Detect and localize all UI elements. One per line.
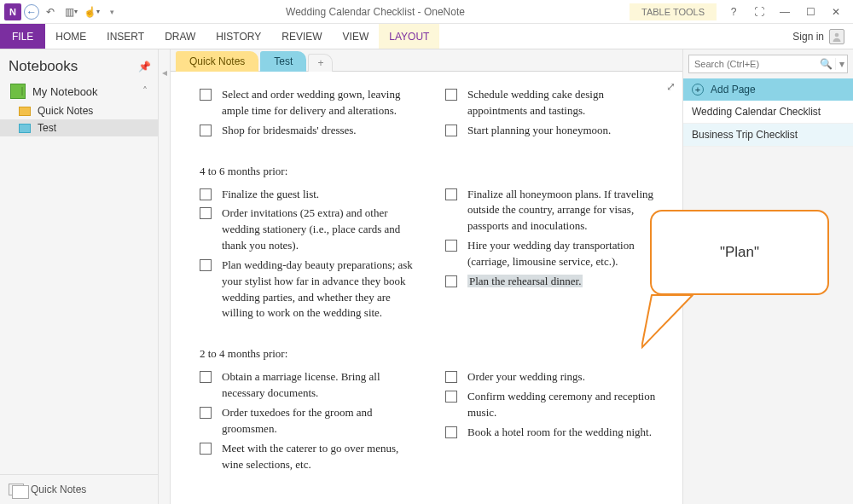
checkbox-icon[interactable] — [200, 125, 212, 136]
window-title: Wedding Calendar Checklist - OneNote — [121, 6, 630, 18]
checkbox-icon[interactable] — [445, 125, 457, 136]
checklist-text: Select and order wedding gown, leaving a… — [222, 87, 420, 119]
notebook-label: My Notebook — [32, 85, 136, 98]
section-icon — [19, 107, 31, 116]
quick-notes-footer[interactable]: Quick Notes — [0, 474, 158, 504]
checkbox-icon[interactable] — [200, 89, 212, 101]
checklist-item[interactable]: Schedule wedding cake design appointment… — [445, 87, 665, 119]
search-icon[interactable]: 🔍 — [817, 58, 835, 70]
checkbox-icon[interactable] — [445, 391, 457, 403]
window-controls: ? ⛶ ― ☐ ✕ — [717, 6, 853, 18]
checklist-item[interactable]: Obtain a marriage license. Bring all nec… — [200, 369, 420, 402]
content-area: Quick Notes Test + ⤢ Select and order we… — [171, 49, 682, 504]
checkbox-icon[interactable] — [445, 89, 457, 101]
page-item[interactable]: Wedding Calendar Checklist — [683, 101, 853, 124]
checkbox-icon[interactable] — [200, 407, 212, 419]
checklist-text: Obtain a marriage license. Bring all nec… — [222, 369, 420, 402]
pin-icon[interactable]: 📌 — [138, 61, 151, 72]
svg-point-0 — [835, 32, 839, 37]
checklist-item[interactable]: Confirm wedding ceremony and reception m… — [445, 389, 665, 421]
quick-access-toolbar: N ← ↶ ▥▾ ☝▾ ▾ — [0, 3, 121, 21]
add-section-tab[interactable]: + — [308, 54, 333, 72]
notebooks-header: Notebooks — [9, 58, 78, 75]
expand-icon[interactable]: ⤢ — [666, 80, 676, 94]
ribbon-display-options[interactable]: ⛶ — [751, 6, 768, 18]
help-button[interactable]: ? — [725, 6, 742, 18]
page-canvas[interactable]: ⤢ Select and order wedding gown, leaving… — [171, 72, 682, 504]
checklist-text: Start planning your honeymoon. — [467, 123, 611, 139]
pages-panel: 🔍 ▾ + Add Page Wedding Calendar Checklis… — [682, 49, 853, 504]
touch-mode-button[interactable]: ☝▾ — [82, 3, 101, 21]
notebook-my-notebook[interactable]: My Notebook ˄ — [3, 80, 154, 102]
checkbox-icon[interactable] — [200, 371, 212, 383]
checklist-item[interactable]: Finalize the guest list. — [200, 187, 420, 203]
checklist-text: Order tuxedoes for the groom and groomsm… — [222, 405, 420, 437]
page-list: Wedding Calendar Checklist Business Trip… — [683, 101, 853, 147]
section-icon — [19, 124, 31, 133]
section-heading: 2 to 4 months prior: — [200, 347, 665, 361]
collapse-strip[interactable]: ◂ — [159, 49, 171, 504]
search-box[interactable]: 🔍 ▾ — [688, 55, 848, 73]
minimize-button[interactable]: ― — [776, 6, 793, 18]
title-bar: N ← ↶ ▥▾ ☝▾ ▾ Wedding Calendar Checklist… — [0, 0, 853, 24]
checkbox-icon[interactable] — [445, 275, 457, 287]
contextual-tool-group: TABLE TOOLS — [630, 3, 717, 20]
checklist-item[interactable]: Select and order wedding gown, leaving a… — [200, 87, 420, 119]
tab-history[interactable]: HISTORY — [206, 24, 271, 49]
user-avatar-icon — [829, 29, 844, 44]
checklist-item[interactable]: Start planning your honeymoon. — [445, 123, 665, 139]
section-tab-test[interactable]: Test — [260, 51, 306, 72]
dock-button[interactable]: ▥▾ — [61, 3, 80, 21]
section-heading: 4 to 6 months prior: — [200, 165, 665, 178]
tab-insert[interactable]: INSERT — [96, 24, 154, 49]
checkbox-icon[interactable] — [200, 259, 212, 271]
sign-in[interactable]: Sign in — [792, 24, 853, 49]
checklist-item[interactable]: Order invitations (25 extra) and other w… — [200, 206, 420, 254]
sign-in-label: Sign in — [792, 31, 824, 43]
checklist-item[interactable]: Book a hotel room for the wedding night. — [445, 425, 665, 441]
qat-customize[interactable]: ▾ — [102, 3, 121, 21]
highlighted-text: Plan the rehearsal dinner. — [467, 275, 583, 287]
undo-button[interactable]: ↶ — [41, 3, 60, 21]
checklist-item[interactable]: Hire your wedding day transportation (ca… — [445, 238, 665, 270]
checklist-item[interactable]: Order your wedding rings. — [445, 369, 665, 385]
section-quick-notes[interactable]: Quick Notes — [0, 102, 158, 119]
tab-layout[interactable]: LAYOUT — [379, 24, 439, 49]
tab-home[interactable]: HOME — [45, 24, 96, 49]
checklist-text: Schedule wedding cake design appointment… — [467, 87, 665, 119]
checkbox-icon[interactable] — [200, 443, 212, 455]
section-tab-quick-notes[interactable]: Quick Notes — [176, 51, 258, 72]
checkbox-icon[interactable] — [445, 371, 457, 383]
quick-notes-label: Quick Notes — [31, 484, 86, 495]
tab-view[interactable]: VIEW — [333, 24, 380, 49]
checkbox-icon[interactable] — [445, 426, 457, 438]
checklist-item[interactable]: Finalize all honeymoon plans. If traveli… — [445, 187, 665, 235]
plus-icon: + — [692, 84, 704, 96]
back-button[interactable]: ← — [24, 4, 39, 20]
checklist-text: Confirm wedding ceremony and reception m… — [467, 389, 665, 421]
checklist-item[interactable]: Plan the rehearsal dinner. — [445, 274, 665, 290]
checklist-item[interactable]: Order tuxedoes for the groom and groomsm… — [200, 405, 420, 437]
search-input[interactable] — [689, 59, 817, 69]
add-page-button[interactable]: + Add Page — [683, 78, 853, 101]
checkbox-icon[interactable] — [200, 207, 212, 219]
page-item[interactable]: Business Trip Checklist — [683, 124, 853, 147]
checkbox-icon[interactable] — [445, 240, 457, 252]
section-tabs: Quick Notes Test + — [171, 49, 682, 72]
checkbox-icon[interactable] — [200, 188, 212, 200]
close-button[interactable]: ✕ — [827, 6, 844, 18]
section-test[interactable]: Test — [0, 119, 158, 136]
checklist-item[interactable]: Shop for bridesmaids' dresses. — [200, 123, 420, 139]
checklist-text: Finalize all honeymoon plans. If traveli… — [467, 187, 665, 235]
maximize-button[interactable]: ☐ — [802, 6, 819, 18]
search-scope-dropdown[interactable]: ▾ — [835, 58, 847, 70]
checklist-item[interactable]: Plan wedding-day beauty preparations; as… — [200, 258, 420, 322]
tab-review[interactable]: REVIEW — [271, 24, 332, 49]
file-tab[interactable]: FILE — [0, 24, 45, 49]
checkbox-icon[interactable] — [445, 188, 457, 200]
onenote-logo[interactable]: N — [3, 3, 22, 21]
tab-draw[interactable]: DRAW — [154, 24, 206, 49]
checklist-text: Plan the rehearsal dinner. — [467, 274, 583, 290]
checklist-item[interactable]: Meet with the caterer to go over menus, … — [200, 441, 420, 473]
checklist-text: Order your wedding rings. — [467, 369, 585, 385]
